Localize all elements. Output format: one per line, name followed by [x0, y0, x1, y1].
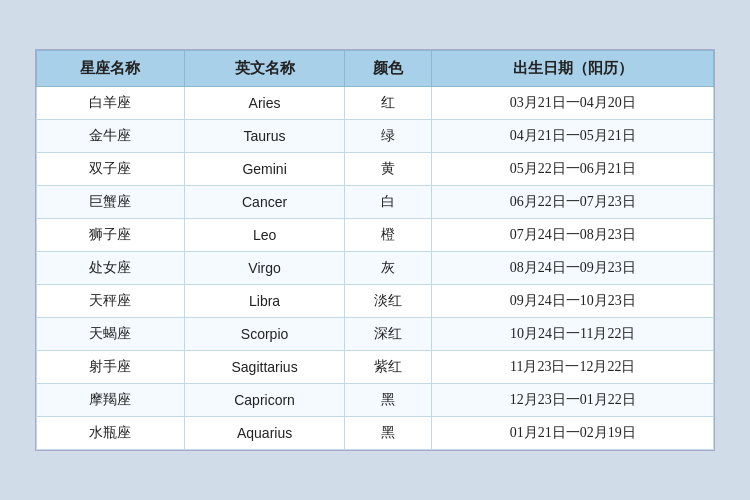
header-dates: 出生日期（阳历） [432, 51, 714, 87]
dates: 07月24日一08月23日 [432, 219, 714, 252]
color: 绿 [345, 120, 432, 153]
dates: 05月22日一06月21日 [432, 153, 714, 186]
header-color: 颜色 [345, 51, 432, 87]
zodiac-table-container: 星座名称 英文名称 颜色 出生日期（阳历） 白羊座Aries红03月21日一04… [35, 49, 715, 451]
dates: 09月24日一10月23日 [432, 285, 714, 318]
table-row: 处女座Virgo灰08月24日一09月23日 [37, 252, 714, 285]
chinese-name: 处女座 [37, 252, 185, 285]
header-chinese-name: 星座名称 [37, 51, 185, 87]
table-header-row: 星座名称 英文名称 颜色 出生日期（阳历） [37, 51, 714, 87]
table-row: 金牛座Taurus绿04月21日一05月21日 [37, 120, 714, 153]
dates: 10月24日一11月22日 [432, 318, 714, 351]
dates: 12月23日一01月22日 [432, 384, 714, 417]
chinese-name: 天蝎座 [37, 318, 185, 351]
color: 淡红 [345, 285, 432, 318]
chinese-name: 摩羯座 [37, 384, 185, 417]
chinese-name: 白羊座 [37, 87, 185, 120]
table-row: 天蝎座Scorpio深红10月24日一11月22日 [37, 318, 714, 351]
table-row: 摩羯座Capricorn黑12月23日一01月22日 [37, 384, 714, 417]
color: 红 [345, 87, 432, 120]
color: 黄 [345, 153, 432, 186]
dates: 01月21日一02月19日 [432, 417, 714, 450]
table-row: 狮子座Leo橙07月24日一08月23日 [37, 219, 714, 252]
english-name: Sagittarius [184, 351, 344, 384]
chinese-name: 狮子座 [37, 219, 185, 252]
english-name: Capricorn [184, 384, 344, 417]
table-row: 射手座Sagittarius紫红11月23日一12月22日 [37, 351, 714, 384]
color: 紫红 [345, 351, 432, 384]
zodiac-table: 星座名称 英文名称 颜色 出生日期（阳历） 白羊座Aries红03月21日一04… [36, 50, 714, 450]
dates: 11月23日一12月22日 [432, 351, 714, 384]
dates: 04月21日一05月21日 [432, 120, 714, 153]
dates: 03月21日一04月20日 [432, 87, 714, 120]
english-name: Aquarius [184, 417, 344, 450]
english-name: Leo [184, 219, 344, 252]
dates: 08月24日一09月23日 [432, 252, 714, 285]
english-name: Libra [184, 285, 344, 318]
english-name: Cancer [184, 186, 344, 219]
dates: 06月22日一07月23日 [432, 186, 714, 219]
header-english-name: 英文名称 [184, 51, 344, 87]
chinese-name: 水瓶座 [37, 417, 185, 450]
english-name: Scorpio [184, 318, 344, 351]
chinese-name: 射手座 [37, 351, 185, 384]
table-row: 天秤座Libra淡红09月24日一10月23日 [37, 285, 714, 318]
color: 黑 [345, 417, 432, 450]
table-row: 双子座Gemini黄05月22日一06月21日 [37, 153, 714, 186]
table-row: 白羊座Aries红03月21日一04月20日 [37, 87, 714, 120]
table-row: 水瓶座Aquarius黑01月21日一02月19日 [37, 417, 714, 450]
english-name: Taurus [184, 120, 344, 153]
chinese-name: 双子座 [37, 153, 185, 186]
color: 灰 [345, 252, 432, 285]
color: 白 [345, 186, 432, 219]
english-name: Aries [184, 87, 344, 120]
english-name: Virgo [184, 252, 344, 285]
table-row: 巨蟹座Cancer白06月22日一07月23日 [37, 186, 714, 219]
chinese-name: 巨蟹座 [37, 186, 185, 219]
color: 黑 [345, 384, 432, 417]
color: 深红 [345, 318, 432, 351]
table-body: 白羊座Aries红03月21日一04月20日金牛座Taurus绿04月21日一0… [37, 87, 714, 450]
chinese-name: 金牛座 [37, 120, 185, 153]
chinese-name: 天秤座 [37, 285, 185, 318]
color: 橙 [345, 219, 432, 252]
english-name: Gemini [184, 153, 344, 186]
